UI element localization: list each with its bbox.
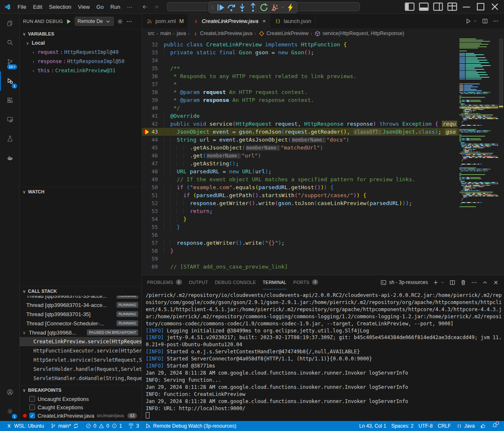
code-text[interactable] bbox=[164, 231, 459, 239]
breadcrumb-item[interactable]: CreateLinkPreview bbox=[258, 30, 309, 37]
activity-accounts[interactable] bbox=[0, 383, 19, 402]
breakpoint-row[interactable]: Uncaught Exceptions bbox=[20, 395, 142, 403]
code-text[interactable]: * @param request An HTTP request context… bbox=[164, 88, 459, 96]
activity-settings[interactable]: 1 bbox=[0, 402, 19, 421]
gutter-line-39[interactable]: 39 bbox=[142, 96, 164, 104]
code-text[interactable]: } bbox=[164, 215, 459, 223]
status-branch[interactable]: main* bbox=[47, 421, 82, 431]
gutter-line-50[interactable]: 50 bbox=[142, 183, 164, 191]
gutter-line-55[interactable]: 55 bbox=[142, 223, 164, 231]
close-panel-icon[interactable] bbox=[492, 279, 499, 286]
editor-more-actions-icon[interactable] bbox=[492, 18, 499, 25]
status-right-0[interactable]: Ln 43, Col 1 bbox=[357, 423, 389, 429]
breadcrumb-item[interactable]: service(HttpRequest, HttpResponse) bbox=[314, 30, 404, 37]
code-text[interactable]: * Responds to any HTTP request related t… bbox=[164, 72, 459, 80]
status-braces[interactable]: {}Java bbox=[453, 423, 477, 429]
breakpoint-current-line-icon[interactable] bbox=[144, 129, 149, 134]
toggle-sidebar-button[interactable] bbox=[404, 1, 415, 13]
gutter-line-57[interactable]: 57 bbox=[142, 239, 164, 247]
continue-button[interactable] bbox=[215, 3, 225, 12]
minimize-button[interactable] bbox=[461, 1, 472, 13]
gutter-line-35[interactable]: 35 bbox=[142, 64, 164, 72]
activity-search[interactable] bbox=[0, 33, 19, 52]
code-text[interactable] bbox=[164, 255, 459, 263]
toggle-panel-button[interactable] bbox=[418, 1, 430, 13]
code-text[interactable]: String url = event.getAsJsonObject(membe… bbox=[164, 136, 459, 144]
breakpoint-row[interactable]: ✓CreateLinkPreview.javasrc/main/java43 bbox=[20, 411, 142, 420]
gutter-line-46[interactable]: 46 bbox=[142, 152, 164, 160]
nav-back-icon[interactable] bbox=[142, 3, 148, 10]
code-text[interactable]: if ("example.com".equals(parsedURL.getHo… bbox=[164, 183, 459, 191]
code-text[interactable]: .getAsString(); bbox=[164, 160, 459, 167]
stack-frame-row[interactable]: ServletHolder.handle(Request,Servlet bbox=[20, 365, 142, 374]
breadcrumb-item[interactable]: main bbox=[160, 30, 171, 36]
close-window-button[interactable] bbox=[489, 1, 501, 13]
menu-more[interactable]: ··· bbox=[124, 3, 136, 11]
thread-row[interactable]: Thread [qtp399683701-33-acce...RUNNING bbox=[20, 296, 142, 300]
gutter-line-36[interactable]: 36 bbox=[142, 72, 164, 80]
stack-frame-row[interactable]: HttpServlet.service(ServletRequest,S bbox=[20, 355, 142, 365]
toolbar-drag-handle[interactable] bbox=[210, 5, 215, 10]
gutter-line-47[interactable]: 47 bbox=[142, 160, 164, 167]
disconnect-chevron-icon[interactable] bbox=[281, 4, 285, 11]
status-right-1[interactable]: Spaces: 2 bbox=[389, 423, 416, 429]
menu-go[interactable]: Go bbox=[93, 3, 107, 11]
thread-row[interactable]: Thread [qtp399683701-34-acce...RUNNING bbox=[20, 300, 142, 309]
gutter-line-43[interactable]: 43 bbox=[142, 128, 164, 136]
panel-tab-terminal[interactable]: TERMINAL bbox=[263, 275, 286, 289]
status-thumbsup[interactable] bbox=[477, 423, 489, 429]
gutter-line-51[interactable]: 51 bbox=[142, 191, 164, 199]
status-right-3[interactable]: CRLF bbox=[435, 423, 453, 429]
breadcrumb-item[interactable]: src bbox=[148, 30, 154, 36]
scrollbar-slider[interactable] bbox=[499, 38, 503, 109]
gutter-line-41[interactable]: 41 bbox=[142, 112, 164, 120]
sidebar-more-icon[interactable] bbox=[126, 18, 132, 25]
customize-layout-button[interactable] bbox=[446, 1, 458, 13]
split-editor-button[interactable] bbox=[481, 18, 488, 25]
step-over-button[interactable] bbox=[226, 3, 236, 12]
split-terminal-button[interactable] bbox=[449, 279, 456, 286]
variable-row[interactable]: ›response: HttpResponseImpl@50 bbox=[20, 57, 142, 66]
variables-header[interactable]: ∨VARIABLES bbox=[20, 29, 142, 38]
menu-file[interactable]: File bbox=[14, 3, 30, 11]
tab-launch.json[interactable]: {}launch.json bbox=[270, 14, 316, 28]
variable-row[interactable]: ›this: CreateLinkPreview@31 bbox=[20, 66, 142, 75]
activity-source-control[interactable]: 1K+ bbox=[0, 52, 19, 71]
code-text[interactable]: URL parsedURL = new URL(url); bbox=[164, 167, 459, 175]
gutter-line-33[interactable]: 33 bbox=[142, 48, 164, 56]
terminal-instance[interactable]: sh - 3p-resources bbox=[380, 279, 428, 286]
breakpoint-row[interactable]: Caught Exceptions bbox=[20, 403, 142, 411]
breakpoint-checkbox[interactable] bbox=[29, 404, 35, 410]
close-tab-icon[interactable]: × bbox=[263, 18, 266, 24]
stack-frame-row[interactable]: HttpFunctionExecutor.service(HttpSer bbox=[20, 346, 142, 355]
run-dropdown-icon[interactable] bbox=[473, 18, 477, 25]
minimap[interactable] bbox=[459, 38, 498, 275]
restart-button[interactable] bbox=[259, 3, 269, 12]
start-debug-button[interactable] bbox=[66, 18, 72, 25]
scope-local[interactable]: ∨Local bbox=[20, 38, 142, 48]
code-text[interactable]: * @param response An HTTP response conte… bbox=[164, 96, 459, 104]
gutter-line-59[interactable]: 59 bbox=[142, 255, 164, 263]
maximize-button[interactable] bbox=[475, 1, 486, 13]
code-text[interactable]: private static final Gson gson = new Gso… bbox=[164, 48, 459, 56]
status-debug[interactable]: Remote Debug Watch (3p-resources) bbox=[142, 421, 239, 431]
breakpoints-header[interactable]: ∨BREAKPOINTS bbox=[20, 385, 142, 395]
code-text[interactable]: response.getWriter().write("{}"); bbox=[164, 239, 459, 247]
code-text[interactable]: if (parsedURL.getPath().startsWith("/sup… bbox=[164, 191, 459, 199]
menu-run[interactable]: Run bbox=[107, 3, 124, 11]
activity-docker[interactable] bbox=[0, 148, 19, 167]
gutter-line-40[interactable]: 40 bbox=[142, 104, 164, 112]
stack-frame-row[interactable]: ServletHandler.doHandle(String,Reque bbox=[20, 374, 142, 383]
activity-explorer[interactable] bbox=[0, 14, 19, 33]
breakpoint-checkbox[interactable]: ✓ bbox=[29, 413, 35, 418]
watch-header[interactable]: ∨WATCH bbox=[20, 187, 142, 196]
panel-tab-output[interactable]: OUTPUT bbox=[189, 275, 208, 289]
variable-row[interactable]: ›request: HttpRequestImpl@49 bbox=[20, 48, 142, 57]
gutter-line-34[interactable]: 34 bbox=[142, 56, 164, 64]
thread-row[interactable]: ∨Thread [qtp39968...PAUSED ON BREAKPOINT bbox=[20, 328, 142, 337]
disconnect-button[interactable] bbox=[270, 3, 280, 12]
debug-settings-gear-icon[interactable] bbox=[117, 18, 123, 25]
activity-remote-explorer[interactable] bbox=[0, 110, 19, 129]
status-remote[interactable]: WSL: Ubuntu bbox=[3, 421, 46, 431]
activity-extensions[interactable] bbox=[0, 91, 19, 110]
